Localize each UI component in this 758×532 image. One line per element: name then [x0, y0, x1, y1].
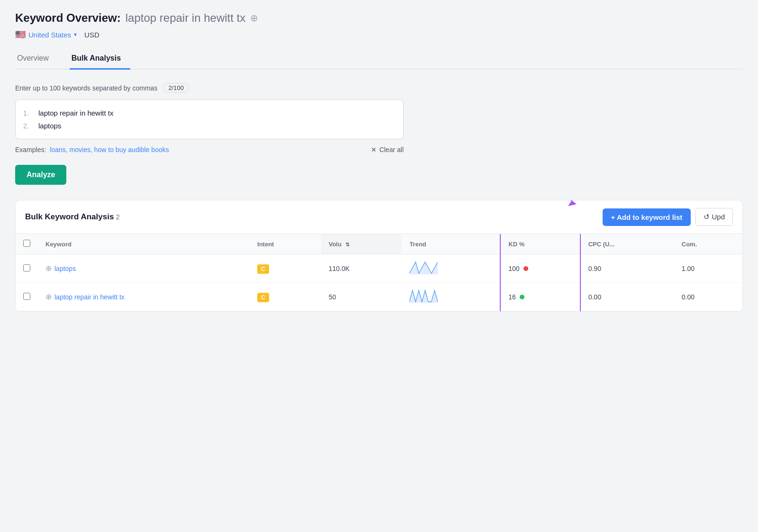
row-trend-cell	[402, 283, 500, 311]
row-checkbox[interactable]	[23, 293, 30, 300]
select-all-checkbox[interactable]	[23, 240, 30, 247]
row-com-cell: 1.00	[674, 254, 742, 283]
th-kd: KD %	[500, 234, 580, 254]
th-trend: Trend	[402, 234, 500, 254]
keyword-line-1: 1. laptop repair in hewitt tx	[23, 107, 396, 119]
keyword-link[interactable]: ⊕ laptop repair in hewitt tx	[45, 292, 242, 301]
table-header-row: Bulk Keyword Analysis 2 + Add to keyword…	[16, 200, 742, 234]
update-button[interactable]: ↺ Upd	[695, 208, 733, 226]
tabs-row: Overview Bulk Analysis	[15, 49, 743, 70]
row-volume-cell: 50	[321, 283, 402, 311]
add-to-favorites-icon[interactable]: ⊕	[250, 12, 258, 24]
kw-num-1: 1.	[23, 108, 33, 119]
kw-text-2: laptops	[38, 119, 61, 132]
location-row: 🇺🇸 United States ▾ USD	[15, 29, 743, 40]
clear-all-x-icon: ✕	[371, 146, 377, 153]
table-count: 2	[116, 213, 120, 221]
keyword-add-icon: ⊕	[45, 292, 52, 301]
kw-text-1: laptop repair in hewitt tx	[38, 107, 113, 119]
kd-dot-icon	[523, 266, 528, 271]
row-trend-cell	[402, 254, 500, 283]
row-cpc-cell: 0.00	[580, 283, 674, 311]
kd-dot-icon	[520, 295, 524, 299]
add-to-keyword-list-button[interactable]: + Add to keyword list	[603, 208, 691, 226]
row-keyword-cell: ⊕ laptop repair in hewitt tx	[38, 283, 250, 311]
table-actions: + Add to keyword list ↺ Upd	[603, 208, 733, 226]
th-volume[interactable]: Volu ⇅	[321, 234, 402, 254]
volume-value: 110.0K	[329, 265, 350, 272]
th-checkbox	[16, 234, 38, 254]
row-volume-cell: 110.0K	[321, 254, 402, 283]
kd-value: 16	[508, 293, 516, 301]
volume-value: 50	[329, 293, 336, 301]
table-row: ⊕ laptop repair in hewitt txC50 160.000.…	[16, 283, 742, 311]
row-intent-cell: C	[250, 254, 321, 283]
chevron-down-icon: ▾	[74, 31, 77, 38]
trend-chart	[409, 261, 438, 274]
th-com: Com.	[674, 234, 742, 254]
tab-bulk-analysis[interactable]: Bulk Analysis	[70, 49, 130, 70]
flag-icon: 🇺🇸	[15, 29, 26, 40]
keyword-line-2: 2. laptops	[23, 119, 396, 132]
table-title: Bulk Keyword Analysis	[25, 212, 114, 221]
table-title-area: Bulk Keyword Analysis 2	[25, 212, 120, 222]
examples-row: Examples: loans, movies, how to buy audi…	[15, 146, 404, 153]
instructions-row: Enter up to 100 keywords separated by co…	[15, 83, 743, 93]
row-kd-cell: 16	[500, 283, 580, 311]
examples-left: Examples: loans, movies, how to buy audi…	[15, 146, 169, 153]
row-intent-cell: C	[250, 283, 321, 311]
currency-label: USD	[84, 31, 99, 39]
tab-overview[interactable]: Overview	[15, 49, 58, 70]
sort-icon: ⇅	[345, 242, 350, 247]
kd-value: 100	[508, 265, 519, 272]
trend-chart	[409, 289, 438, 303]
country-label: United States	[28, 31, 71, 39]
page-title-keyword: laptop repair in hewitt tx	[126, 11, 245, 25]
page-header: Keyword Overview: laptop repair in hewit…	[15, 11, 743, 25]
page-title-label: Keyword Overview:	[15, 11, 121, 25]
country-selector[interactable]: 🇺🇸 United States ▾	[15, 29, 77, 40]
bulk-keyword-table-section: Bulk Keyword Analysis 2 + Add to keyword…	[15, 200, 743, 312]
row-checkbox-cell	[16, 254, 38, 283]
row-checkbox[interactable]	[23, 264, 30, 271]
keyword-link[interactable]: ⊕ laptops	[45, 264, 242, 273]
clear-all-label: Clear all	[379, 146, 404, 153]
instructions-label: Enter up to 100 keywords separated by co…	[15, 84, 157, 92]
intent-badge: C	[257, 293, 269, 302]
kw-num-2: 2.	[23, 120, 33, 132]
th-keyword: Keyword	[38, 234, 250, 254]
row-com-cell: 0.00	[674, 283, 742, 311]
analyze-button[interactable]: Analyze	[15, 165, 66, 185]
keyword-input-area[interactable]: 1. laptop repair in hewitt tx 2. laptops	[15, 99, 404, 139]
intent-badge: C	[257, 264, 269, 274]
row-checkbox-cell	[16, 283, 38, 311]
row-kd-cell: 100	[500, 254, 580, 283]
svg-marker-1	[409, 262, 438, 274]
examples-label: Examples:	[15, 146, 46, 153]
keyword-counter: 2/100	[163, 83, 189, 93]
examples-link[interactable]: loans, movies, how to buy audible books	[50, 146, 169, 153]
clear-all-button[interactable]: ✕ Clear all	[371, 146, 404, 153]
row-cpc-cell: 0.90	[580, 254, 674, 283]
th-intent: Intent	[250, 234, 321, 254]
th-cpc: CPC (U...	[580, 234, 674, 254]
bulk-keyword-data-table: Keyword Intent Volu ⇅ Trend KD % CPC (U.…	[16, 234, 742, 311]
keyword-add-icon: ⊕	[45, 264, 52, 273]
row-keyword-cell: ⊕ laptops	[38, 254, 250, 283]
table-row: ⊕ laptopsC110.0K 1000.901.00	[16, 254, 742, 283]
